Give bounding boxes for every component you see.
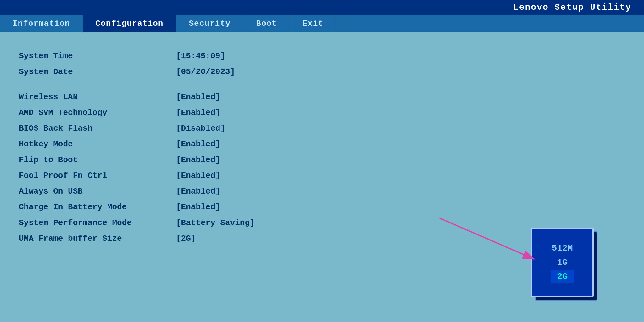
nav-item-boot[interactable]: Boot: [243, 15, 290, 32]
title-text: Lenovo Setup Utility: [513, 3, 631, 12]
setting-value-charge-battery[interactable]: [Enabled]: [176, 199, 302, 215]
setting-value-bios-back-flash[interactable]: [Disabled]: [176, 121, 302, 136]
popup-card-front: 512M1G2G: [531, 228, 594, 297]
setting-label-sys-perf-mode: System Performance Mode: [19, 215, 176, 231]
setting-value-hotkey-mode[interactable]: [Enabled]: [176, 136, 302, 152]
setting-label-flip-to-boot: Flip to Boot: [19, 152, 176, 168]
setting-value-system-date[interactable]: [05/20/2023]: [176, 64, 302, 80]
setting-label-uma-frame: UMA Frame buffer Size: [19, 231, 176, 246]
setting-label-bios-back-flash: BIOS Back Flash: [19, 121, 176, 136]
title-bar: Lenovo Setup Utility: [0, 0, 644, 15]
nav-item-security[interactable]: Security: [176, 15, 243, 32]
setting-label-hotkey-mode: Hotkey Mode: [19, 136, 176, 152]
setting-value-amd-svm[interactable]: [Enabled]: [176, 105, 302, 121]
setting-value-uma-frame[interactable]: [2G]: [176, 231, 302, 246]
setting-value-wireless-lan[interactable]: [Enabled]: [176, 89, 302, 105]
settings-table: System Time[15:45:09]System Date[05/20/2…: [19, 48, 625, 246]
setting-value-fool-proof[interactable]: [Enabled]: [176, 168, 302, 184]
nav-item-information[interactable]: Information: [0, 15, 83, 32]
popup-option-opt-1g[interactable]: 1G: [557, 256, 568, 268]
setting-value-system-time[interactable]: [15:45:09]: [176, 48, 302, 64]
setting-value-always-on-usb[interactable]: [Enabled]: [176, 184, 302, 199]
setting-label-always-on-usb: Always On USB: [19, 184, 176, 199]
nav-item-configuration[interactable]: Configuration: [83, 15, 176, 32]
setting-label-system-date: System Date: [19, 64, 176, 80]
setting-value-flip-to-boot[interactable]: [Enabled]: [176, 152, 302, 168]
setting-label-amd-svm: AMD SVM Technology: [19, 105, 176, 121]
setting-value-sys-perf-mode[interactable]: [Battery Saving]: [176, 215, 302, 231]
setting-label-wireless-lan: Wireless LAN: [19, 89, 176, 105]
popup-option-opt-512m[interactable]: 512M: [552, 242, 573, 254]
nav-item-exit[interactable]: Exit: [290, 15, 336, 32]
popup-option-opt-2g[interactable]: 2G: [551, 270, 574, 283]
setting-label-charge-battery: Charge In Battery Mode: [19, 199, 176, 215]
spacer-spacer1: [19, 80, 302, 89]
setting-label-system-time: System Time: [19, 48, 176, 64]
uma-popup: 512M1G2G: [531, 228, 594, 297]
nav-bar: InformationConfigurationSecurityBootExit: [0, 15, 644, 32]
setting-label-fool-proof: Fool Proof Fn Ctrl: [19, 168, 176, 184]
